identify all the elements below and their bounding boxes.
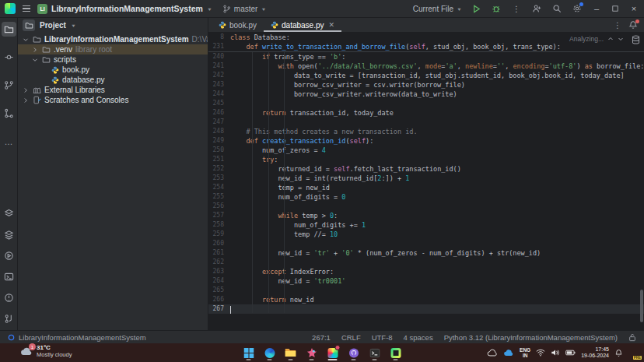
tree-item-scripts[interactable]: scripts <box>18 54 208 65</box>
status-project-widget[interactable]: LibraryInformationManagementSystem <box>8 333 146 342</box>
line-number[interactable]: 241 <box>208 62 230 71</box>
terminal-tool-button[interactable] <box>2 269 16 284</box>
line-number[interactable]: 265 <box>208 286 230 295</box>
onedrive-icon[interactable] <box>503 349 514 357</box>
weather-widget[interactable]: 1 31°C Mostly cloudy <box>20 344 72 358</box>
clock-widget[interactable]: 17:45 19-06-2024 <box>581 346 609 359</box>
next-problem-icon[interactable] <box>618 36 624 42</box>
line-number[interactable]: 250 <box>208 146 230 155</box>
maximize-button[interactable] <box>610 4 621 13</box>
code-line-251[interactable]: 251 try: <box>208 155 644 164</box>
chevron-down-icon[interactable] <box>32 57 39 63</box>
line-number[interactable]: 261 <box>208 248 230 258</box>
code-line-252[interactable]: 252 returned_id = self.fetch_last_transa… <box>208 164 644 174</box>
structure-tool-button[interactable] <box>2 106 16 121</box>
code-line-248[interactable]: 248 # This method creates a new transact… <box>208 127 644 136</box>
database-icon[interactable] <box>632 35 640 44</box>
chevron-right-icon[interactable] <box>23 97 30 104</box>
prev-problem-icon[interactable] <box>607 36 614 42</box>
code-line-245[interactable]: 245 <box>208 99 644 108</box>
code-line-260[interactable]: 260 <box>208 239 644 248</box>
code-line-259[interactable]: 259 temp //= 10 <box>208 230 644 239</box>
close-tab-icon[interactable]: ✕ <box>329 21 335 29</box>
taskbar-app-pycharm-community[interactable] <box>389 344 403 361</box>
line-number[interactable]: 257 <box>208 211 230 220</box>
line-number[interactable]: 266 <box>208 295 230 304</box>
status-widget[interactable]: Python 3.12 (LibraryInformationManagemen… <box>444 333 618 342</box>
run-button[interactable] <box>470 2 482 15</box>
line-number[interactable]: 252 <box>208 164 230 174</box>
services-tool-button[interactable] <box>2 248 16 263</box>
taskbar-app-github-desktop[interactable] <box>347 344 361 361</box>
taskbar-app-start[interactable] <box>242 344 256 361</box>
cloud-icon[interactable] <box>487 349 498 357</box>
code-line-264[interactable]: 264 new_id = 'tr0001' <box>208 276 644 286</box>
line-number[interactable]: 251 <box>208 155 230 164</box>
line-number[interactable]: 8 <box>208 33 230 42</box>
search-everywhere-button[interactable] <box>551 2 563 15</box>
code-line-241[interactable]: 241 with open('../data/all_borrows.csv',… <box>208 62 644 71</box>
line-number[interactable]: 248 <box>208 127 230 136</box>
code-editor[interactable]: Analyzing... 8class Database:231 def wri… <box>208 33 644 330</box>
settings-button[interactable] <box>571 2 583 15</box>
chevron-down-icon[interactable] <box>23 37 30 43</box>
line-number[interactable]: 254 <box>208 183 230 192</box>
copilot-icon[interactable]: PRE <box>628 347 639 358</box>
code-line-250[interactable]: 250 num_of_zeros = 4 <box>208 146 644 155</box>
code-line-243[interactable]: 243 borrow_csv_writer = csv.writer(borro… <box>208 80 644 90</box>
line-number[interactable]: 240 <box>208 52 230 62</box>
status-widget[interactable]: CRLF <box>341 333 361 342</box>
project-tool-button[interactable] <box>2 22 16 37</box>
line-number[interactable]: 244 <box>208 90 230 99</box>
line-number[interactable]: 263 <box>208 267 230 276</box>
code-line-254[interactable]: 254 temp = new_id <box>208 183 644 192</box>
line-number[interactable]: 242 <box>208 71 230 80</box>
code-line-246[interactable]: 246 return transaction_id, today_date <box>208 108 644 118</box>
code-line-242[interactable]: 242 data_to_write = [transaction_id, stu… <box>208 71 644 80</box>
lock-icon[interactable] <box>628 333 636 342</box>
code-line-249[interactable]: 249 def create_transaction_id(self): <box>208 136 644 146</box>
taskbar-app-terminal[interactable] <box>368 344 382 361</box>
line-number[interactable]: 260 <box>208 239 230 248</box>
analyzing-widget[interactable]: Analyzing... <box>569 34 624 44</box>
code-line-247[interactable]: 247 <box>208 118 644 127</box>
code-line-262[interactable]: 262 <box>208 258 644 267</box>
code-line-253[interactable]: 253 new_id = int(returned_id[2:]) + 1 <box>208 174 644 183</box>
line-number[interactable]: 243 <box>208 80 230 90</box>
code-line-240[interactable]: 240 if trans_type == 'b': <box>208 52 644 62</box>
tree-item-book-py[interactable]: book.py <box>18 65 208 75</box>
project-selector[interactable]: LI LibraryInformationManagementSystem ▼ <box>37 4 212 14</box>
taskbar-app-edge[interactable] <box>263 344 277 361</box>
python-packages-tool-button[interactable] <box>2 206 16 221</box>
line-number[interactable]: 267 <box>208 304 230 314</box>
taskbar-app-photos-star[interactable] <box>305 344 319 361</box>
version-control-tool-button[interactable] <box>2 311 16 326</box>
code-line-258[interactable]: 258 num_of_digits += 1 <box>208 220 644 230</box>
code-line-263[interactable]: 263 except IndexError: <box>208 267 644 276</box>
code-line-261[interactable]: 261 new_id = 'tr' + '0' * (num_of_zeros … <box>208 248 644 258</box>
more-tool-windows-button[interactable]: … <box>2 134 16 149</box>
tab-options-button[interactable]: ⋮ <box>614 21 621 30</box>
code-line-267[interactable]: 267 <box>208 304 644 314</box>
tray-notifications-bell[interactable] <box>614 349 623 357</box>
code-line-257[interactable]: 257 while temp > 0: <box>208 211 644 220</box>
code-line-265[interactable]: 265 <box>208 286 644 295</box>
code-line-244[interactable]: 244 borrow_csv_writer.writerow(data_to_w… <box>208 90 644 99</box>
project-view-button[interactable] <box>23 19 35 31</box>
main-menu-button[interactable] <box>21 4 32 13</box>
code-with-me-button[interactable] <box>530 2 543 15</box>
code-line-255[interactable]: 255 num_of_digits = 0 <box>208 192 644 202</box>
line-number[interactable]: 231 <box>208 42 230 51</box>
close-button[interactable]: × <box>628 4 639 13</box>
battery-icon[interactable] <box>565 350 576 356</box>
branch-selector[interactable]: master ▼ <box>222 5 267 13</box>
problems-tool-button[interactable] <box>2 290 16 305</box>
tab-database-py[interactable]: database.py ✕ <box>264 18 341 32</box>
commit-tool-button[interactable] <box>2 50 16 65</box>
tree-item-scratches-and-consoles[interactable]: Scratches and Consoles <box>18 95 208 105</box>
tree-item-external-libraries[interactable]: External Libraries <box>18 85 208 95</box>
editor-scrollbar[interactable] <box>640 290 643 322</box>
line-number[interactable]: 256 <box>208 202 230 211</box>
line-number[interactable]: 247 <box>208 118 230 127</box>
minimize-button[interactable]: – <box>591 4 602 13</box>
